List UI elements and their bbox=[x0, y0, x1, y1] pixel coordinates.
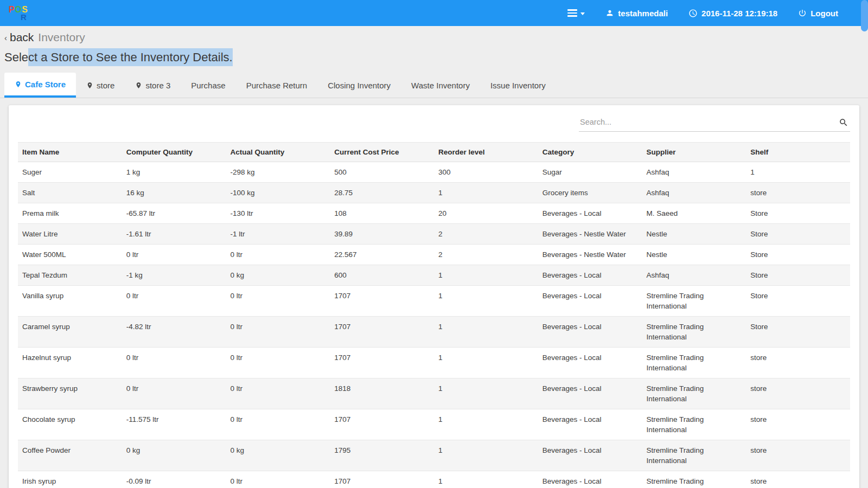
column-header-reorder-level[interactable]: Reorder level bbox=[434, 143, 538, 162]
cell-reorder-level: 2 bbox=[434, 224, 538, 245]
cell-shelf: Store bbox=[746, 203, 850, 224]
search-input[interactable] bbox=[579, 114, 850, 132]
cell-category: Beverages - Local bbox=[538, 203, 642, 224]
inventory-panel: Item NameComputer QuantityActual Quantit… bbox=[9, 105, 859, 488]
cell-actual-quantity: -1 ltr bbox=[226, 224, 330, 245]
cell-reorder-level: 1 bbox=[434, 265, 538, 286]
table-header-row: Item NameComputer QuantityActual Quantit… bbox=[18, 143, 850, 162]
logo-line2: R bbox=[21, 14, 28, 21]
tab-label: Waste Inventory bbox=[411, 81, 470, 90]
cell-shelf: Store bbox=[746, 286, 850, 317]
tab-closing-inventory[interactable]: Closing Inventory bbox=[317, 73, 401, 98]
cell-reorder-level: 20 bbox=[434, 203, 538, 224]
cell-computer-quantity: -4.82 ltr bbox=[122, 317, 226, 348]
cell-supplier: Stremline Trading International bbox=[642, 348, 746, 378]
cell-supplier: Nestle bbox=[642, 245, 746, 265]
cell-actual-quantity: 0 kg bbox=[226, 265, 330, 286]
cell-item-name: Coffee Powder bbox=[18, 440, 122, 471]
cell-computer-quantity: -11.575 ltr bbox=[122, 409, 226, 440]
cell-reorder-level: 1 bbox=[434, 378, 538, 409]
cell-category: Beverages - Nestle Water bbox=[538, 245, 642, 265]
tab-issue-inventory[interactable]: Issue Inventory bbox=[480, 73, 556, 98]
column-header-item-name[interactable]: Item Name bbox=[18, 143, 122, 162]
cell-category: Beverages - Local bbox=[538, 440, 642, 471]
tab-cafe-store[interactable]: Cafe Store bbox=[4, 73, 76, 98]
cell-item-name: Salt bbox=[18, 183, 122, 203]
cell-shelf: store bbox=[746, 378, 850, 409]
cell-supplier: Stremline Trading International bbox=[642, 317, 746, 348]
cell-current-cost-price: 22.567 bbox=[330, 245, 434, 265]
navbar-right-group: testahmedali 2016-11-28 12:19:18 Logout bbox=[567, 9, 838, 18]
cell-supplier: Stremline Trading International bbox=[642, 409, 746, 440]
cell-supplier: M. Saeed bbox=[642, 203, 746, 224]
table-row: Irish syrup-0.09 ltr0 ltr17071Beverages … bbox=[18, 471, 850, 488]
column-header-shelf[interactable]: Shelf bbox=[746, 143, 850, 162]
column-header-computer-quantity[interactable]: Computer Quantity bbox=[122, 143, 226, 162]
vertical-scrollbar-thumb[interactable] bbox=[861, 0, 868, 31]
cell-actual-quantity: 0 ltr bbox=[226, 378, 330, 409]
table-row: Tepal Tezdum-1 kg0 kg6001Beverages - Loc… bbox=[18, 265, 850, 286]
column-header-actual-quantity[interactable]: Actual Quantity bbox=[226, 143, 330, 162]
cell-category: Beverages - Local bbox=[538, 471, 642, 488]
app-logo[interactable]: POS R bbox=[9, 6, 28, 21]
cell-item-name: Vanilla syrup bbox=[18, 286, 122, 317]
tab-store[interactable]: store bbox=[76, 73, 125, 98]
tab-label: Issue Inventory bbox=[490, 81, 546, 90]
cell-shelf: Store bbox=[746, 245, 850, 265]
cell-category: Beverages - Local bbox=[538, 348, 642, 378]
cell-current-cost-price: 1707 bbox=[330, 317, 434, 348]
cell-current-cost-price: 28.75 bbox=[330, 183, 434, 203]
subtitle-unselected-text: Sele bbox=[4, 50, 28, 64]
tab-store-3[interactable]: store 3 bbox=[125, 73, 181, 98]
tab-purchase[interactable]: Purchase bbox=[181, 73, 235, 98]
cell-item-name: Irish syrup bbox=[18, 471, 122, 488]
table-row: Vanilla syrup0 ltr0 ltr17071Beverages - … bbox=[18, 286, 850, 317]
tab-waste-inventory[interactable]: Waste Inventory bbox=[401, 73, 480, 98]
table-body: Suger1 kg-298 kg500300SugarAshfaq1Salt16… bbox=[18, 162, 850, 488]
back-link[interactable]: back bbox=[10, 31, 34, 44]
cell-current-cost-price: 500 bbox=[330, 162, 434, 183]
table-row: Caramel syrup-4.82 ltr0 ltr17071Beverage… bbox=[18, 317, 850, 348]
datetime-display: 2016-11-28 12:19:18 bbox=[688, 9, 777, 18]
column-header-supplier[interactable]: Supplier bbox=[642, 143, 746, 162]
logout-label: Logout bbox=[810, 9, 838, 18]
cell-reorder-level: 1 bbox=[434, 286, 538, 317]
cell-computer-quantity: -65.87 ltr bbox=[122, 203, 226, 224]
cell-category: Grocery items bbox=[538, 183, 642, 203]
top-navbar: POS R testahmedali 2016-11-28 12:19:18 L… bbox=[0, 0, 868, 26]
cell-item-name: Caramel syrup bbox=[18, 317, 122, 348]
map-pin-icon bbox=[15, 81, 22, 88]
cell-reorder-level: 1 bbox=[434, 409, 538, 440]
cell-shelf: Store bbox=[746, 265, 850, 286]
table-row: Prema milk-65.87 ltr-130 ltr10820Beverag… bbox=[18, 203, 850, 224]
cell-category: Beverages - Local bbox=[538, 317, 642, 348]
cell-current-cost-price: 39.89 bbox=[330, 224, 434, 245]
table-row: Hazelnut syrup0 ltr0 ltr17071Beverages -… bbox=[18, 348, 850, 378]
user-icon bbox=[605, 9, 614, 17]
back-chevron-icon[interactable]: ‹ bbox=[4, 33, 7, 42]
map-pin-icon bbox=[135, 82, 142, 89]
tab-label: store bbox=[97, 81, 114, 90]
cell-supplier: Stremline Trading International bbox=[642, 471, 746, 488]
map-pin-icon bbox=[86, 82, 93, 89]
menu-button[interactable] bbox=[567, 9, 585, 17]
table-row: Chocolate syrup-11.575 ltr0 ltr17071Beve… bbox=[18, 409, 850, 440]
cell-shelf: store bbox=[746, 471, 850, 488]
cell-supplier: Nestle bbox=[642, 224, 746, 245]
tab-purchase-return[interactable]: Purchase Return bbox=[236, 73, 318, 98]
user-menu[interactable]: testahmedali bbox=[605, 9, 668, 18]
column-header-current-cost-price[interactable]: Current Cost Price bbox=[330, 143, 434, 162]
table-row: Water 500ML0 ltr0 ltr22.5672Beverages - … bbox=[18, 245, 850, 265]
search-icon[interactable] bbox=[839, 118, 848, 130]
cell-current-cost-price: 1818 bbox=[330, 378, 434, 409]
column-header-category[interactable]: Category bbox=[538, 143, 642, 162]
cell-current-cost-price: 600 bbox=[330, 265, 434, 286]
power-icon bbox=[798, 9, 807, 17]
logout-button[interactable]: Logout bbox=[798, 9, 838, 18]
cell-computer-quantity: 16 kg bbox=[122, 183, 226, 203]
cell-shelf: Store bbox=[746, 224, 850, 245]
tab-label: Cafe Store bbox=[25, 80, 66, 89]
cell-computer-quantity: 1 kg bbox=[122, 162, 226, 183]
clock-icon bbox=[688, 9, 698, 18]
cell-computer-quantity: 0 ltr bbox=[122, 286, 226, 317]
